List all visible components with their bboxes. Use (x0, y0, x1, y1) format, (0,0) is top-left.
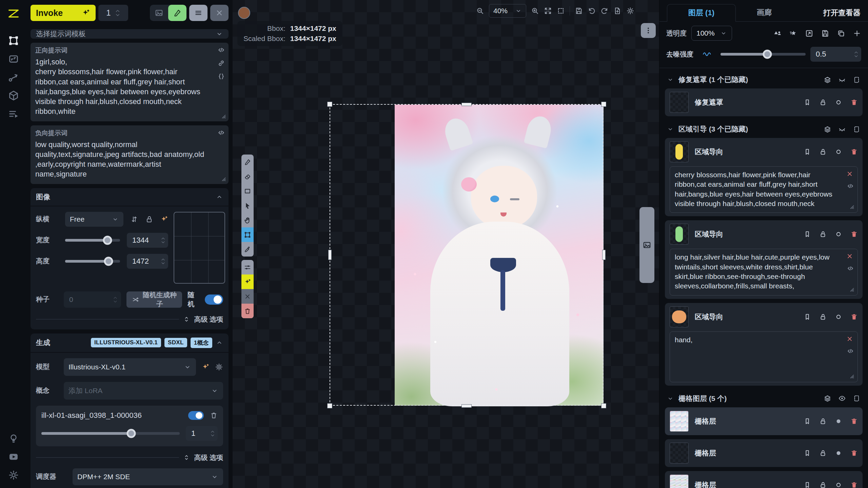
bbox-handle-nw[interactable] (327, 102, 332, 107)
frame-icon[interactable] (853, 76, 861, 84)
canvas-settings-icon[interactable] (626, 7, 634, 15)
layers-list[interactable]: 修复遮罩 (1 个已隐藏) 修复遮罩 区域引导 (3 个已隐藏) (659, 68, 868, 488)
lock-icon[interactable] (819, 230, 827, 238)
regional-prompt-box[interactable]: long hair,silver hair,blue hair,cute,pur… (670, 249, 858, 295)
prompt-template-select[interactable]: 选择提示词模板 (31, 29, 229, 39)
invoke-button[interactable]: Invoke (31, 5, 96, 21)
layer-thumbnail[interactable] (670, 411, 689, 432)
bbox-tool[interactable] (241, 227, 254, 242)
pan-tool[interactable] (241, 213, 254, 227)
rect-tool[interactable] (241, 184, 254, 198)
zoom-in-icon[interactable] (531, 7, 539, 15)
swap-dimensions-icon[interactable] (130, 215, 138, 223)
help-icon[interactable] (5, 430, 22, 447)
save-canvas-icon[interactable] (575, 7, 583, 15)
resize-handle-icon[interactable] (220, 175, 226, 182)
code-icon[interactable] (847, 265, 854, 272)
raster-layers-group-header[interactable]: 栅格图层 (5 个) (665, 390, 863, 407)
random-seed-toggle[interactable] (205, 294, 223, 305)
delete-layer-icon[interactable] (850, 99, 858, 106)
layer-thumbnail[interactable] (670, 443, 689, 464)
lora-delete-icon[interactable] (210, 411, 218, 419)
positive-prompt-box[interactable]: 正向提示词 1girl,solo, cherry blossoms,hair f… (31, 43, 229, 121)
layer-thumbnail[interactable] (670, 474, 689, 488)
eye-closed-icon[interactable] (838, 125, 846, 133)
duplicate-layer-icon[interactable] (837, 29, 845, 38)
layers-stack-icon[interactable] (824, 394, 831, 402)
bookmark-icon[interactable] (804, 313, 811, 321)
regional-guidance-group-header[interactable]: 区域引导 (3 个已隐藏) (665, 120, 863, 138)
delete-layer-icon[interactable] (850, 148, 858, 156)
close-button[interactable] (210, 5, 229, 21)
bbox-handle-s[interactable] (461, 404, 472, 408)
denoise-input[interactable]: 0.5 (810, 47, 861, 62)
lora-weight-slider[interactable] (41, 432, 180, 435)
lock-icon[interactable] (819, 481, 827, 488)
cancel-tool[interactable] (241, 289, 254, 304)
link-icon[interactable] (217, 59, 225, 67)
height-slider[interactable] (65, 260, 120, 263)
inpaint-mask-group-header[interactable]: 修复遮罩 (1 个已隐藏) (665, 71, 863, 88)
braces-icon[interactable] (217, 73, 225, 80)
remove-prompt-icon[interactable] (846, 335, 853, 343)
lock-aspect-icon[interactable] (145, 215, 153, 223)
generation-bbox[interactable] (330, 104, 604, 406)
save-layer-icon[interactable] (821, 29, 829, 38)
visibility-circle-icon[interactable] (835, 418, 842, 425)
scale-layer-icon[interactable] (805, 29, 813, 38)
model-sparkle-icon[interactable] (201, 363, 210, 371)
resize-handle-icon[interactable] (220, 113, 226, 119)
queue-steppers[interactable] (115, 9, 120, 17)
invoke-logo-icon[interactable] (5, 5, 22, 22)
delete-tool[interactable] (241, 304, 254, 318)
code-icon[interactable] (217, 46, 225, 54)
layer-thumbnail[interactable] (670, 92, 689, 113)
code-icon[interactable] (217, 129, 225, 137)
zoom-level-select[interactable]: 40% (489, 4, 526, 18)
nav-models-icon[interactable] (5, 87, 22, 104)
seed-input[interactable]: 0 (64, 291, 121, 308)
remove-prompt-icon[interactable] (846, 252, 853, 260)
inpaint-mask-layer[interactable]: 修复遮罩 (665, 88, 863, 116)
regional-guidance-layer[interactable]: 区域导向 long hair,silver hair,blue hair,cut… (665, 220, 863, 299)
regional-prompt-box[interactable]: hand, (670, 331, 858, 382)
image-advanced-options[interactable]: 高级 选项 (36, 315, 223, 324)
image-mode-button[interactable] (150, 5, 168, 21)
layer-thumbnail[interactable] (670, 141, 689, 162)
move-tool[interactable] (241, 198, 254, 213)
height-input[interactable]: 1472 (127, 254, 168, 269)
delete-layer-icon[interactable] (850, 418, 858, 425)
width-input[interactable]: 1344 (127, 233, 168, 248)
add-layer-icon[interactable] (853, 29, 861, 38)
brush-mode-button[interactable] (168, 5, 186, 21)
visibility-circle-icon[interactable] (835, 148, 842, 156)
lock-icon[interactable] (819, 449, 827, 457)
fit-view-icon[interactable] (544, 7, 552, 15)
lock-icon[interactable] (819, 313, 827, 321)
layers-stack-icon[interactable] (824, 76, 831, 84)
lora-enabled-toggle[interactable] (188, 411, 204, 420)
bookmark-icon[interactable] (804, 230, 811, 238)
redo-icon[interactable] (600, 7, 609, 15)
eye-closed-icon[interactable] (838, 76, 846, 84)
visibility-circle-icon[interactable] (835, 99, 842, 106)
nav-gallery-icon[interactable] (5, 51, 22, 67)
eye-open-icon[interactable] (838, 394, 846, 402)
visibility-circle-icon[interactable] (835, 449, 842, 457)
nav-canvas-icon[interactable] (5, 33, 22, 49)
resize-handle-icon[interactable] (848, 203, 855, 210)
layer-thumbnail[interactable] (670, 306, 689, 327)
lora-weight-input[interactable]: 1 (186, 426, 218, 441)
raster-layer[interactable]: 栅格层 (665, 471, 863, 488)
delete-layer-icon[interactable] (850, 313, 858, 321)
filter-tool[interactable] (241, 260, 254, 274)
visibility-circle-icon[interactable] (835, 313, 842, 321)
zoom-out-icon[interactable] (476, 7, 484, 15)
eyedropper-tool[interactable] (241, 242, 254, 257)
negative-prompt-text[interactable]: low quality,worst quality,normal quality… (35, 140, 224, 179)
regional-prompt-box[interactable]: cherry blossoms,hair flower,pink flower,… (670, 166, 858, 213)
frame-icon[interactable] (853, 125, 861, 133)
invoke-region-tool[interactable] (241, 274, 254, 289)
aspect-select[interactable]: Free (65, 212, 123, 227)
raster-layer[interactable]: 栅格层 (665, 407, 863, 435)
